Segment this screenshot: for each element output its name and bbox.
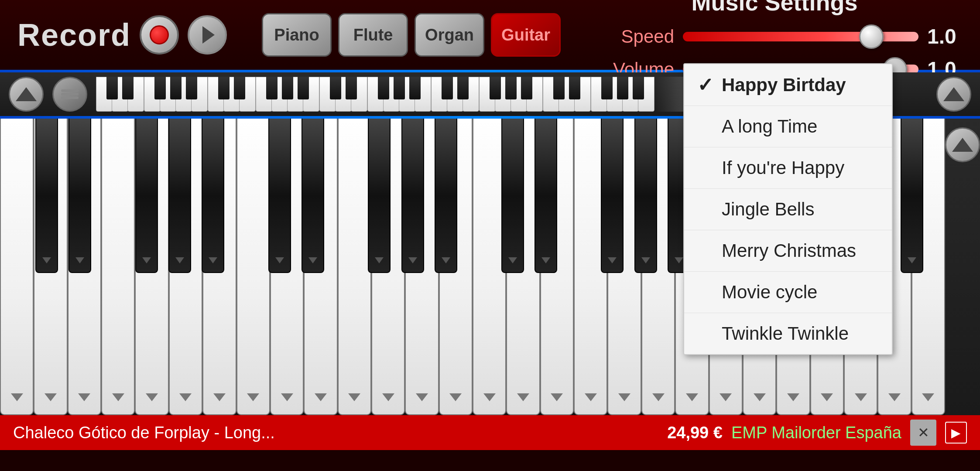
white-key-8[interactable] [236, 119, 270, 415]
speed-row: Speed 1.0 [587, 24, 962, 48]
up-arrow-right-icon [943, 87, 964, 101]
white-key-11[interactable] [338, 119, 371, 415]
song-item-jingle-bells[interactable]: Jingle Bells [684, 189, 892, 230]
header: Record Piano Flute Organ Guitar Music Se… [0, 0, 980, 70]
checkmark-placeholder [697, 323, 715, 345]
play-icon [202, 26, 215, 44]
record-dot-icon [150, 25, 169, 44]
black-key-fs3[interactable] [601, 119, 624, 273]
song-item-if-youre-happy[interactable]: If you're Happy [684, 147, 892, 189]
song-item-a-long-time[interactable]: A long Time [684, 106, 892, 147]
white-key-1[interactable] [0, 119, 34, 415]
scroll-right-button[interactable] [936, 77, 971, 112]
mini-key-ds2[interactable] [234, 77, 245, 99]
mini-key-cs4[interactable] [442, 77, 453, 99]
instrument-flute[interactable]: Flute [338, 13, 408, 57]
mini-key-gs1[interactable] [170, 77, 182, 99]
speed-thumb[interactable] [859, 24, 884, 49]
mini-key-cs2[interactable] [218, 77, 230, 99]
song-item-merry-christmas[interactable]: Merry Christmas [684, 230, 892, 272]
mini-key-fs2[interactable] [266, 77, 278, 99]
mini-key-gs3[interactable] [394, 77, 405, 99]
black-key-as2[interactable] [435, 119, 457, 273]
song-item-happy-birthday[interactable]: ✓ Happy Birtday [684, 64, 892, 106]
speed-label: Speed [587, 26, 674, 47]
piano-scroll-right-button[interactable] [945, 127, 980, 162]
mini-key-as2[interactable] [298, 77, 309, 99]
instrument-piano[interactable]: Piano [262, 13, 332, 57]
song-item-label: Jingle Bells [722, 199, 814, 220]
app: Record Piano Flute Organ Guitar Music Se… [0, 0, 980, 436]
song-item-twinkle-twinkle[interactable]: Twinkle Twinkle [684, 313, 892, 354]
song-item-movie-cycle[interactable]: Movie cycle [684, 272, 892, 313]
record-label: Record [17, 17, 131, 53]
music-settings-title: Music Settings [692, 0, 858, 16]
ad-expand-button[interactable]: ▶ [945, 422, 967, 444]
ad-text: Chaleco Gótico de Forplay - Long... [13, 423, 658, 442]
mini-key-fs4[interactable] [490, 77, 501, 99]
black-key-as1[interactable] [202, 119, 224, 273]
scroll-mode-button[interactable] [52, 77, 87, 112]
mini-key-ds5[interactable] [569, 77, 580, 99]
black-key-ds1[interactable] [69, 119, 91, 273]
mini-key-as3[interactable] [409, 77, 421, 99]
piano-right-icon [952, 138, 973, 152]
mini-key-cs5[interactable] [553, 77, 565, 99]
ad-close-button[interactable]: ✕ [910, 420, 936, 446]
song-item-label: Twinkle Twinkle [722, 323, 849, 344]
mini-key-ds4[interactable] [457, 77, 469, 99]
scroll-left-button[interactable] [9, 77, 44, 112]
hamburger-icon [61, 93, 79, 96]
mini-key-as4[interactable] [521, 77, 532, 99]
checkmark-placeholder [697, 240, 715, 262]
checkmark-placeholder [697, 198, 715, 220]
speed-value: 1.0 [927, 24, 962, 48]
song-item-label: A long Time [722, 116, 817, 137]
checkmark-placeholder [697, 157, 715, 179]
mini-key-gs2[interactable] [282, 77, 293, 99]
black-key-gs3[interactable] [634, 119, 657, 273]
black-key-fs1[interactable] [135, 119, 158, 273]
black-key-gs2[interactable] [401, 119, 424, 273]
black-key-cs2[interactable] [268, 119, 291, 273]
record-section: Record [17, 15, 227, 55]
mini-key-fs1[interactable] [154, 77, 166, 99]
ad-store: EMP Mailorder España [731, 423, 901, 442]
mini-key-as1[interactable] [186, 77, 197, 99]
mini-key-cs3[interactable] [330, 77, 341, 99]
song-item-label: If you're Happy [722, 157, 844, 178]
checkmark-placeholder [697, 116, 715, 137]
speed-slider[interactable] [683, 32, 918, 41]
mini-key-cs1[interactable] [106, 77, 118, 99]
record-button[interactable] [140, 15, 179, 55]
mini-key-fs5[interactable] [601, 77, 613, 99]
mini-key-fs3[interactable] [378, 77, 389, 99]
mini-key-ds1[interactable] [122, 77, 134, 99]
checkmark-icon: ✓ [697, 74, 715, 96]
white-key-4[interactable] [101, 119, 135, 415]
black-key-cs1[interactable] [35, 119, 58, 273]
instruments-section: Piano Flute Organ Guitar [262, 13, 561, 57]
mini-key-gs4[interactable] [505, 77, 517, 99]
song-item-label: Happy Birtday [722, 75, 846, 96]
checkmark-placeholder [697, 281, 715, 303]
mini-key-gs5[interactable] [617, 77, 628, 99]
black-key-gs1[interactable] [168, 119, 191, 273]
black-key-as4[interactable] [901, 119, 923, 273]
instrument-guitar[interactable]: Guitar [491, 13, 561, 57]
instrument-organ[interactable]: Organ [415, 13, 484, 57]
song-item-label: Merry Christmas [722, 240, 856, 261]
mini-key-as5[interactable] [633, 77, 644, 99]
up-arrow-icon [16, 87, 37, 101]
mini-key-ds3[interactable] [346, 77, 357, 99]
black-key-ds3[interactable] [535, 119, 557, 273]
black-key-cs3[interactable] [501, 119, 524, 273]
black-key-fs2[interactable] [368, 119, 391, 273]
ad-price: 24,99 € [667, 423, 723, 442]
piano-right-nav [945, 119, 980, 415]
play-button[interactable] [188, 15, 227, 55]
ad-bar: Chaleco Gótico de Forplay - Long... 24,9… [0, 415, 980, 450]
song-item-label: Movie cycle [722, 282, 817, 303]
black-key-ds2[interactable] [302, 119, 324, 273]
song-dropdown: ✓ Happy Birtday A long Time If you're Ha… [683, 63, 893, 355]
